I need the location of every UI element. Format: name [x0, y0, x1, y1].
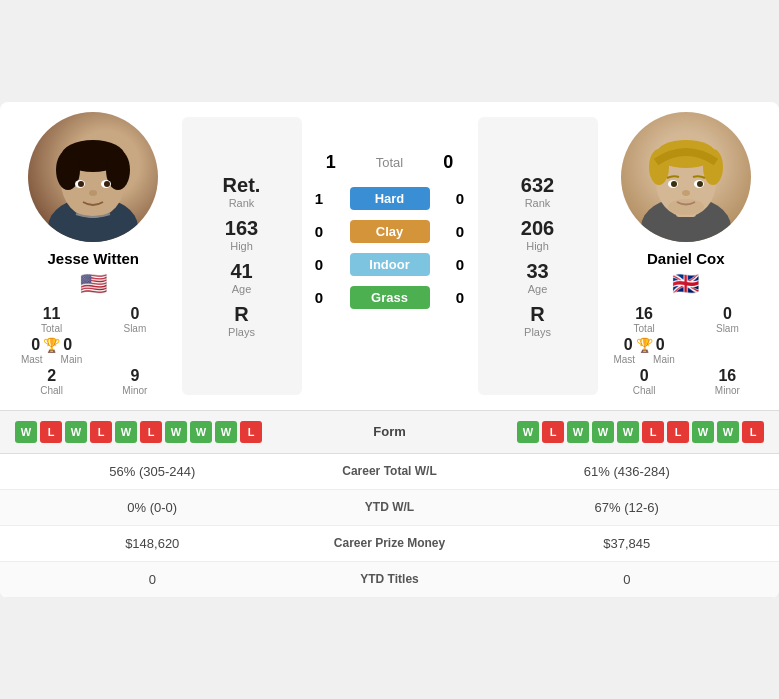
left-plays-block: R Plays [228, 303, 255, 338]
ytd-wl-label: YTD W/L [290, 500, 490, 514]
svg-point-22 [668, 199, 704, 215]
right-total-stat: 16 Total [611, 305, 678, 334]
right-ytd-titles: 0 [490, 572, 765, 587]
left-form-8: W [190, 421, 212, 443]
main-layout: Jesse Witten 🇺🇸 11 Total 0 Slam 0 🏆 0 [0, 102, 779, 410]
left-form-5: W [115, 421, 137, 443]
left-player-name: Jesse Witten [47, 250, 139, 267]
ytd-titles-label: YTD Titles [290, 572, 490, 586]
right-form-7: L [667, 421, 689, 443]
center-courts-col: 1 Total 0 1 Hard 0 0 Clay 0 0 Indoor [307, 112, 473, 400]
right-player-photo [621, 112, 751, 242]
right-form-badges: W L W W W L L W W L [517, 421, 764, 443]
right-mast-stat: 0 🏆 0 Mast Main [611, 336, 678, 365]
ytd-titles-row: 0 YTD Titles 0 [0, 562, 779, 598]
svg-point-19 [671, 181, 677, 187]
left-player-photo [28, 112, 158, 242]
court-rows: 1 Hard 0 0 Clay 0 0 Indoor 0 0 Grass [307, 187, 473, 309]
prize-label: Career Prize Money [290, 536, 490, 550]
svg-point-21 [682, 190, 690, 196]
right-prize: $37,845 [490, 536, 765, 551]
left-middle-stats: Ret. Rank 163 High 41 Age R Plays [182, 117, 302, 395]
left-player-section: Jesse Witten 🇺🇸 11 Total 0 Slam 0 🏆 0 [10, 112, 177, 400]
right-plays-block: R Plays [524, 303, 551, 338]
left-form-7: W [165, 421, 187, 443]
right-form-4: W [592, 421, 614, 443]
right-form-6: L [642, 421, 664, 443]
right-form-5: W [617, 421, 639, 443]
left-form-1: W [15, 421, 37, 443]
svg-point-10 [89, 190, 97, 196]
left-age-block: 41 Age [230, 260, 252, 295]
left-form-4: L [90, 421, 112, 443]
court-row-grass: 0 Grass 0 [307, 286, 473, 309]
right-minor-stat: 16 Minor [694, 367, 761, 396]
total-row: 1 Total 0 [307, 152, 473, 173]
right-ytd-wl: 67% (12-6) [490, 500, 765, 515]
right-stats-grid: 16 Total 0 Slam 0 🏆 0 Mast Main [603, 301, 770, 400]
left-form-3: W [65, 421, 87, 443]
grass-badge: Grass [350, 286, 430, 309]
left-trophy-icon: 🏆 [43, 337, 60, 353]
left-form-9: W [215, 421, 237, 443]
right-slam-stat: 0 Slam [694, 305, 761, 334]
right-form-10: L [742, 421, 764, 443]
prize-money-row: $148,620 Career Prize Money $37,845 [0, 526, 779, 562]
left-ytd-wl: 0% (0-0) [15, 500, 290, 515]
right-chall-stat: 0 Chall [611, 367, 678, 396]
right-trophy-icon: 🏆 [636, 337, 653, 353]
career-wl-row: 56% (305-244) Career Total W/L 61% (436-… [0, 454, 779, 490]
court-row-clay: 0 Clay 0 [307, 220, 473, 243]
court-row-hard: 1 Hard 0 [307, 187, 473, 210]
right-form-9: W [717, 421, 739, 443]
svg-point-9 [104, 181, 110, 187]
right-high-block: 206 High [521, 217, 554, 252]
left-chall-stat: 2 Chall [18, 367, 85, 396]
hard-badge: Hard [350, 187, 430, 210]
right-rank-block: 632 Rank [521, 174, 554, 209]
left-form-10: L [240, 421, 262, 443]
right-age-block: 33 Age [526, 260, 548, 295]
left-prize: $148,620 [15, 536, 290, 551]
career-wl-label: Career Total W/L [290, 464, 490, 478]
right-middle-stats: 632 Rank 206 High 33 Age R Plays [478, 117, 598, 395]
match-container: Jesse Witten 🇺🇸 11 Total 0 Slam 0 🏆 0 [0, 102, 779, 598]
right-form-1: W [517, 421, 539, 443]
svg-point-20 [697, 181, 703, 187]
stats-rows: 56% (305-244) Career Total W/L 61% (436-… [0, 453, 779, 598]
right-career-wl: 61% (436-284) [490, 464, 765, 479]
left-player-flag: 🇺🇸 [80, 271, 107, 297]
left-stats-grid: 11 Total 0 Slam 0 🏆 0 Mast Main [10, 301, 177, 400]
left-career-wl: 56% (305-244) [15, 464, 290, 479]
left-total-stat: 11 Total [18, 305, 85, 334]
right-player-name: Daniel Cox [647, 250, 725, 267]
form-section: W L W L W L W W W L Form W L W W W L L W… [0, 410, 779, 453]
right-form-8: W [692, 421, 714, 443]
right-player-flag: 🇬🇧 [672, 271, 699, 297]
left-slam-stat: 0 Slam [101, 305, 168, 334]
right-player-section: Daniel Cox 🇬🇧 16 Total 0 Slam 0 🏆 0 [603, 112, 770, 400]
left-form-badges: W L W L W L W W W L [15, 421, 262, 443]
form-label: Form [373, 424, 406, 439]
indoor-badge: Indoor [350, 253, 430, 276]
right-form-3: W [567, 421, 589, 443]
court-row-indoor: 0 Indoor 0 [307, 253, 473, 276]
left-minor-stat: 9 Minor [101, 367, 168, 396]
left-high-block: 163 High [225, 217, 258, 252]
right-form-2: L [542, 421, 564, 443]
left-ytd-titles: 0 [15, 572, 290, 587]
clay-badge: Clay [350, 220, 430, 243]
ytd-wl-row: 0% (0-0) YTD W/L 67% (12-6) [0, 490, 779, 526]
left-form-6: L [140, 421, 162, 443]
left-rank-block: Ret. Rank [223, 174, 261, 209]
left-form-2: L [40, 421, 62, 443]
svg-point-8 [78, 181, 84, 187]
left-mast-stat: 0 🏆 0 Mast Main [18, 336, 85, 365]
